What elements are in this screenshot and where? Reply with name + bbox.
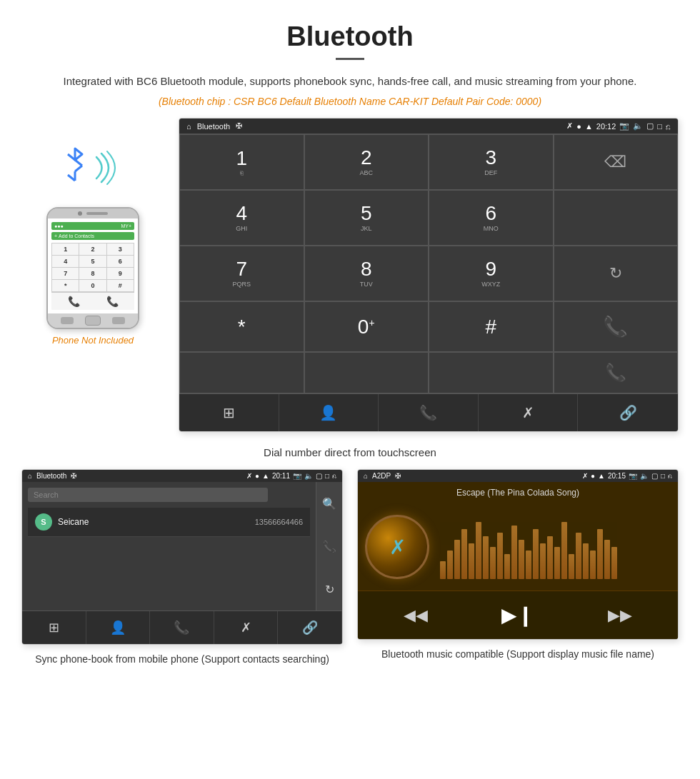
music-equalizer (440, 515, 671, 579)
music-vol: 🔈 (640, 472, 649, 480)
pb-cam-icon: 📷 (293, 472, 301, 480)
music-player-area: ✗ (358, 503, 678, 590)
pb-call-icon-btn[interactable]: 📞 (316, 533, 342, 561)
status-left: ⌂ Bluetooth ✠ (186, 121, 242, 131)
dial-refresh-cell[interactable]: ↻ (554, 246, 679, 301)
music-screen-content: Escape (The Pina Colada Song) ✗ ◀◀ ▶❙ ▶▶ (358, 482, 678, 639)
music-title: A2DP (372, 472, 391, 480)
phone-screen: ●●●MY+ +Add to Contacts 1 2 3 4 5 6 7 8 … (48, 218, 138, 313)
pb-win-icon: □ (325, 472, 329, 480)
pb-title: Bluetooth (36, 472, 66, 480)
pb-nav-phone[interactable]: 📞 (150, 611, 214, 644)
dial-key-7[interactable]: 7 PQRS (179, 246, 304, 301)
phone-bottom-bar (48, 313, 138, 328)
pb-main-area: Search S Seicane 13566664466 (22, 482, 316, 610)
pb-avatar: S (35, 513, 52, 531)
phone-camera (78, 211, 82, 216)
music-frame: ⌂ A2DP ✠ ✗ ● ▲ 20:15 📷 🔈 ▢ □ ⎌ E (357, 469, 679, 640)
phone-key-4: 4 (52, 256, 79, 267)
pb-refresh-icon-btn[interactable]: ↻ (316, 576, 342, 603)
bluetooth-status-icon: ✗ (566, 121, 573, 131)
pb-nav-user[interactable]: 👤 (86, 611, 151, 644)
pb-home-icon: ⌂ (28, 472, 32, 480)
volume-icon: 🔈 (633, 121, 643, 131)
phone-key-1: 1 (52, 243, 79, 255)
dial-keypad-grid: 1 ⎗ 2 ABC 3 DEF ⌫ 4 GHI 5 JKL (179, 134, 678, 352)
dial-key-1[interactable]: 1 ⎗ (179, 134, 304, 190)
pb-nav-bt[interactable]: ✗ (214, 611, 279, 644)
dial-key-5[interactable]: 5 JKL (304, 190, 429, 246)
close-icon: ▢ (646, 121, 654, 131)
status-right: ✗ ● ▲ 20:12 📷 🔈 ▢ □ ⎌ (566, 121, 671, 131)
bluetooth-symbol (61, 145, 89, 187)
pb-time: 20:11 (272, 472, 290, 480)
dial-nav-settings[interactable]: 🔗 (578, 394, 678, 431)
bluetooth-specs: (Bluetooth chip : CSR BC6 Default Blueto… (43, 96, 657, 107)
phone-menu-btn (112, 317, 125, 324)
pb-sig-icon: ▲ (262, 472, 269, 480)
music-album-art: ✗ (365, 515, 429, 579)
main-content: ●●●MY+ +Add to Contacts 1 2 3 4 5 6 7 8 … (0, 118, 700, 432)
music-prev-button[interactable]: ◀◀ (400, 603, 431, 628)
pb-loc-icon: ● (255, 472, 259, 480)
phone-key-0: 0 (79, 280, 106, 291)
phone-add-contact: +Add to Contacts (51, 232, 134, 240)
signal-icon: ▲ (585, 122, 593, 131)
dial-nav-contacts[interactable]: 👤 (279, 394, 379, 431)
phone-not-included-label: Phone Not Included (52, 335, 134, 346)
pb-caption: Sync phone-book from mobile phone (Suppo… (21, 652, 343, 667)
dial-key-9[interactable]: 9 WXYZ (429, 246, 554, 301)
dial-empty-r5c2 (304, 352, 429, 393)
dial-key-star[interactable]: * (179, 301, 304, 352)
svg-line-1 (75, 160, 82, 166)
dial-key-3[interactable]: 3 DEF (429, 134, 554, 190)
dial-empty-r5c3 (429, 352, 554, 393)
pb-search-box[interactable]: Search (28, 488, 268, 502)
phone-key-hash: # (107, 280, 134, 291)
dial-key-2[interactable]: 2 ABC (304, 134, 429, 190)
phone-top-bar (48, 208, 138, 218)
dial-empty-r5c1 (179, 352, 304, 393)
dial-backspace-cell[interactable]: ⌫ (554, 134, 679, 190)
music-usb-icon: ✠ (395, 472, 401, 480)
dial-key-0[interactable]: 0+ (304, 301, 429, 352)
dial-endcall-button[interactable]: 📞 (554, 352, 679, 393)
music-status-bar: ⌂ A2DP ✠ ✗ ● ▲ 20:15 📷 🔈 ▢ □ ⎌ (358, 470, 678, 482)
signal-waves (93, 143, 121, 189)
dial-call-button[interactable]: 📞 (554, 301, 679, 352)
dial-nav-grid[interactable]: ⊞ (179, 394, 279, 431)
phone-back-btn (61, 317, 74, 324)
location-icon: ● (576, 122, 581, 131)
pb-search-icon-btn[interactable]: 🔍 (316, 490, 342, 518)
music-block: ⌂ A2DP ✠ ✗ ● ▲ 20:15 📷 🔈 ▢ □ ⎌ E (357, 469, 679, 667)
pb-nav-grid[interactable]: ⊞ (22, 611, 86, 644)
pb-usb-icon: ✠ (71, 472, 76, 480)
svg-line-2 (75, 166, 82, 171)
title-divider (336, 58, 364, 60)
dial-nav-phone[interactable]: 📞 (379, 394, 479, 431)
pb-nav-link[interactable]: 🔗 (278, 611, 342, 644)
dial-key-hash[interactable]: # (429, 301, 554, 352)
music-sig: ▲ (598, 472, 605, 480)
pb-bt-icon: ✗ (246, 472, 252, 480)
music-controls: ◀◀ ▶❙ ▶▶ (358, 590, 678, 639)
dial-key-6[interactable]: 6 MNO (429, 190, 554, 246)
music-song-title: Escape (The Pina Colada Song) (358, 482, 678, 503)
back-icon: ⎌ (666, 122, 671, 131)
phone-key-2: 2 (79, 243, 106, 255)
music-playpause-button[interactable]: ▶❙ (498, 600, 537, 630)
dial-nav-bluetooth[interactable]: ✗ (479, 394, 579, 431)
phone-keypad: 1 2 3 4 5 6 7 8 9 * 0 # (51, 243, 134, 292)
music-next-button[interactable]: ▶▶ (604, 603, 636, 628)
pb-contact-name: Seicane (58, 517, 255, 527)
music-loc: ● (591, 472, 595, 480)
dial-key-8[interactable]: 8 TUV (304, 246, 429, 301)
phone-speaker (86, 212, 108, 215)
phone-key-8: 8 (79, 268, 106, 279)
music-time: 20:15 (608, 472, 626, 480)
dial-key-4[interactable]: 4 GHI (179, 190, 304, 246)
screen-title-dial: Bluetooth (197, 122, 230, 131)
page-header: Bluetooth Integrated with BC6 Bluetooth … (0, 0, 700, 118)
phone-key-7: 7 (52, 268, 79, 279)
dial-bottom-bar: ⊞ 👤 📞 ✗ 🔗 (179, 393, 678, 431)
